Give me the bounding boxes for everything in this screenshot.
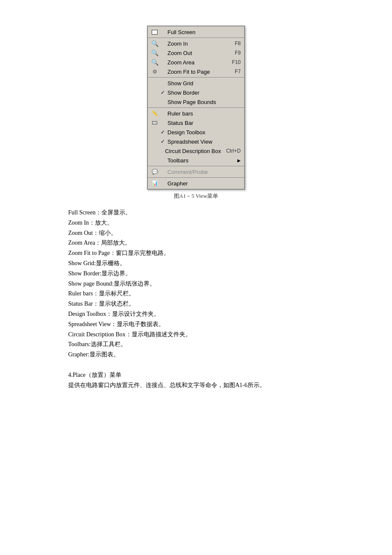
show-grid-icon — [150, 79, 159, 87]
zoom-area-icon: 🔍 — [150, 58, 159, 66]
body-line-10: Design Toolbox：显示设计文件夹。 — [68, 309, 298, 319]
label-ruler-bars: Ruler bars — [167, 110, 241, 117]
body-line-2: Zoom Out：缩小。 — [68, 228, 298, 238]
comment-probe-icon: 💬 — [150, 168, 159, 176]
label-zoom-area: Zoom Area — [167, 59, 227, 66]
label-show-grid: Show Grid — [167, 80, 241, 87]
label-zoom-fit: Zoom Fit to Page — [167, 69, 230, 75]
menu-wrapper: Full Screen 🔍 Zoom In F8 🔍 Zoom Out F9 🔍 — [147, 26, 245, 200]
menu-item-zoom-fit[interactable]: ⊙ Zoom Fit to Page F7 — [148, 67, 244, 76]
shortcut-circuit-desc-box: Ctrl+D — [226, 148, 241, 154]
section-desc: 提供在电路窗口内放置元件、连接点、总线和文字等命令，如图A1-6所示。 — [68, 380, 298, 390]
shortcut-zoom-area: F10 — [232, 59, 241, 65]
check-spreadsheet-view: ✓ — [161, 139, 167, 145]
label-status-bar: Status Bar — [167, 120, 241, 126]
label-grapher: Grapher — [167, 180, 241, 187]
toolbars-icon — [150, 156, 159, 164]
label-toolbars: Toolbars — [167, 157, 236, 164]
menu-item-show-border[interactable]: ✓ Show Border — [148, 88, 244, 97]
label-full-screen: Full Screen — [167, 29, 241, 35]
label-show-page-bounds: Show Page Bounds — [167, 99, 241, 105]
body-line-8: Ruler bars：显示标尺栏。 — [68, 289, 298, 299]
menu-item-show-page-bounds[interactable]: Show Page Bounds — [148, 97, 244, 107]
menu-item-spreadsheet-view[interactable]: ✓ Spreadsheet View — [148, 137, 244, 146]
show-page-bounds-icon — [150, 98, 159, 106]
body-line-4: Zoom Fit to Page：窗口显示完整电路。 — [68, 248, 298, 258]
separator-1 — [148, 38, 244, 38]
menu-item-status-bar[interactable]: Status Bar — [148, 118, 244, 127]
label-design-toolbox: Design Toolbox — [167, 129, 241, 136]
menu-item-zoom-out[interactable]: 🔍 Zoom Out F9 — [148, 48, 244, 58]
zoom-in-icon: 🔍 — [150, 40, 159, 47]
grapher-icon: 📊 — [150, 179, 159, 187]
separator-5 — [148, 177, 244, 178]
body-line-0: Full Screen：全屏显示。 — [68, 208, 298, 218]
label-comment-probe: Comment/Probe — [167, 169, 241, 175]
check-show-border: ✓ — [161, 90, 167, 95]
menu-caption: 图A1－5 View菜单 — [174, 192, 219, 200]
toolbars-submenu-arrow: ▶ — [237, 158, 241, 163]
body-line-14: Grapher:显示图表。 — [68, 350, 298, 360]
menu-item-zoom-in[interactable]: 🔍 Zoom In F8 — [148, 39, 244, 48]
check-design-toolbox: ✓ — [161, 129, 167, 135]
body-line-3: Zoom Area：局部放大。 — [68, 238, 298, 248]
menu-item-show-grid[interactable]: Show Grid — [148, 78, 244, 88]
status-bar-icon — [150, 119, 159, 127]
body-line-12: Circuit Description Box：显示电路描述文件夹。 — [68, 330, 298, 340]
body-line-5: Show Grid:显示栅格。 — [68, 258, 298, 269]
body-line-7: Show page Bound:显示纸张边界。 — [68, 279, 298, 289]
body-line-9: Status Bar：显示状态栏。 — [68, 299, 298, 309]
separator-4 — [148, 166, 244, 166]
shortcut-zoom-fit: F7 — [235, 69, 241, 75]
label-zoom-in: Zoom In — [167, 40, 230, 47]
label-show-border: Show Border — [167, 90, 241, 96]
zoom-out-icon: 🔍 — [150, 49, 159, 57]
separator-2 — [148, 77, 244, 78]
section-title: 4.Place（放置）菜单 — [68, 370, 298, 380]
shortcut-zoom-in: F8 — [235, 40, 241, 46]
show-border-icon — [150, 89, 159, 96]
separator-3 — [148, 107, 244, 108]
design-toolbox-icon — [150, 128, 159, 136]
fullscreen-icon — [150, 28, 159, 36]
page-container: Full Screen 🔍 Zoom In F8 🔍 Zoom Out F9 🔍 — [0, 0, 392, 555]
body-line-6: Show Border:显示边界。 — [68, 269, 298, 279]
menu-item-full-screen[interactable]: Full Screen — [148, 27, 244, 37]
zoom-fit-icon: ⊙ — [150, 68, 159, 75]
menu-item-design-toolbox[interactable]: ✓ Design Toolbox — [148, 127, 244, 137]
menu-box: Full Screen 🔍 Zoom In F8 🔍 Zoom Out F9 🔍 — [147, 26, 245, 190]
menu-item-toolbars[interactable]: Toolbars ▶ — [148, 156, 244, 165]
menu-item-circuit-desc-box[interactable]: Circuit Description Box Ctrl+D — [148, 146, 244, 156]
ruler-bars-icon: 📏 — [150, 110, 159, 117]
label-circuit-desc-box: Circuit Description Box — [165, 148, 221, 154]
body-line-13: Toolbars:选择工具栏。 — [68, 339, 298, 350]
body-text: Full Screen：全屏显示。 Zoom In：放大。 Zoom Out：缩… — [34, 208, 332, 390]
label-spreadsheet-view: Spreadsheet View — [167, 139, 241, 145]
spreadsheet-view-icon — [150, 138, 159, 145]
body-line-11: Spreadsheet View：显示电子数据表。 — [68, 319, 298, 330]
shortcut-zoom-out: F9 — [235, 50, 241, 56]
menu-item-comment-probe[interactable]: 💬 Comment/Probe — [148, 167, 244, 176]
menu-item-grapher[interactable]: 📊 Grapher — [148, 179, 244, 188]
menu-item-ruler-bars[interactable]: 📏 Ruler bars — [148, 109, 244, 118]
label-zoom-out: Zoom Out — [167, 50, 230, 56]
menu-item-zoom-area[interactable]: 🔍 Zoom Area F10 — [148, 58, 244, 67]
body-line-1: Zoom In：放大。 — [68, 218, 298, 228]
circuit-desc-box-icon — [150, 147, 159, 155]
